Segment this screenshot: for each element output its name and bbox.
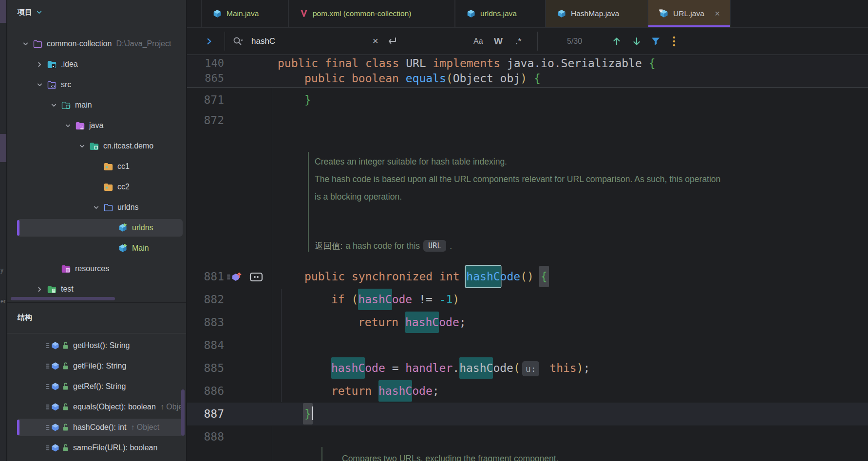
structure-item-inherit: ↑ Obje: [160, 403, 183, 411]
next-occurrence-icon[interactable]: [632, 28, 642, 55]
structure-item-getFile[interactable]: getFile(): String: [7, 356, 186, 376]
code-line-881[interactable]: 881 public synchronized int hashCode() {: [187, 265, 868, 288]
active-tab-underline: [648, 25, 730, 27]
tree-item-common-collection[interactable]: common-collectionD:\Java_Project: [7, 34, 186, 54]
expand-search-icon[interactable]: [205, 28, 213, 55]
match-case-toggle[interactable]: Aa: [473, 28, 483, 55]
class-run-icon: [118, 243, 128, 253]
class-decompiled-icon: [659, 9, 669, 18]
horizontal-scrollbar[interactable]: [11, 297, 115, 300]
editor-tab-pom.xml (common-collection)[interactable]: pom.xml (common-collection): [288, 0, 455, 27]
code-token: }: [304, 93, 311, 106]
chevron-down-icon[interactable]: [36, 9, 43, 16]
project-panel-header[interactable]: 项目: [18, 8, 43, 17]
tree-item-src[interactable]: src: [7, 74, 186, 95]
code-line-882[interactable]: 882if (hashCode != -1): [187, 288, 868, 311]
structure-item-label: getHost(): String: [73, 341, 130, 350]
tree-item-cn.itcast.demo[interactable]: cn.itcast.demo: [7, 136, 186, 156]
folder-java-icon: [75, 122, 85, 130]
code-text: return hashCode;: [331, 380, 439, 403]
structure-item-label: getRef(): String: [73, 382, 126, 391]
code-line-886[interactable]: 886return hashCode;: [187, 380, 868, 403]
tree-item-label: test: [61, 285, 74, 294]
code-token: ): [520, 72, 527, 85]
tree-item-label: urldns: [132, 223, 153, 232]
chevron-down-icon[interactable]: [50, 102, 57, 109]
structure-item-hashCode[interactable]: hashCode(): int↑ Object: [7, 417, 186, 438]
search-input[interactable]: [250, 36, 364, 47]
code-line-888[interactable]: 888: [187, 425, 868, 448]
activity-bar-selection[interactable]: [0, 134, 6, 162]
code-token: ode: [439, 316, 459, 329]
structure-item-getRef[interactable]: getRef(): String: [7, 376, 186, 397]
chevron-down-icon[interactable]: [78, 143, 86, 150]
folder-project-icon: [33, 40, 42, 48]
code-line-885[interactable]: 885hashCode = handler.hashCode(u: this);: [187, 357, 868, 380]
code-token: (: [513, 362, 520, 374]
line-number: 881: [187, 265, 224, 288]
method-icon: [45, 403, 69, 411]
code-token: this: [543, 362, 576, 374]
close-tab-icon[interactable]: ✕: [715, 10, 720, 18]
line-number: 882: [187, 288, 224, 311]
tab-label: urldns.java: [480, 9, 517, 18]
code-token: URL: [406, 57, 433, 70]
chevron-right-icon[interactable]: [36, 286, 43, 293]
code-line-140[interactable]: 140public final class URL implements jav…: [187, 56, 868, 71]
tree-item-test[interactable]: test: [7, 279, 186, 299]
code-line-872[interactable]: 872: [187, 109, 868, 132]
tree-item-urldns[interactable]: urldns: [7, 197, 186, 218]
code-token: ;: [459, 316, 466, 329]
structure-item-getHost[interactable]: getHost(): String: [7, 335, 186, 356]
editor-tab-HashMap.java[interactable]: HashMap.java: [546, 0, 648, 27]
chevron-down-icon[interactable]: [64, 122, 72, 129]
words-toggle[interactable]: W: [494, 28, 503, 55]
method-icon: [45, 362, 69, 370]
structure-item-sameFile[interactable]: sameFile(URL): boolean: [7, 438, 186, 458]
class-icon: [557, 9, 566, 18]
chevron-down-icon[interactable]: [21, 40, 29, 48]
vertical-scrollbar[interactable]: [181, 389, 185, 436]
tree-item-.idea[interactable]: .idea: [7, 54, 186, 74]
chevron-right-icon[interactable]: [36, 61, 43, 68]
code-text: public boolean equals(Object obj) {: [304, 71, 541, 86]
chevron-down-icon[interactable]: [36, 81, 43, 89]
more-options-icon[interactable]: [672, 28, 676, 55]
tree-item-cc2[interactable]: cc2: [7, 177, 186, 197]
tab-label: URL.java: [673, 9, 704, 18]
chevron-down-icon[interactable]: [92, 204, 100, 211]
code-line-884[interactable]: 884: [187, 334, 868, 357]
tree-item-java[interactable]: java: [7, 115, 186, 136]
panel-divider[interactable]: [7, 302, 186, 303]
code-line-871[interactable]: 871}: [187, 89, 868, 111]
line-number: 871: [187, 89, 224, 111]
line-number: 140: [187, 56, 224, 71]
filter-icon[interactable]: [651, 28, 660, 55]
tree-item-resources[interactable]: resources: [7, 258, 186, 279]
selection-accent-bar: [17, 220, 19, 236]
clear-search-icon[interactable]: ✕: [372, 28, 378, 55]
override-marker-icon[interactable]: [227, 272, 244, 282]
new-line-icon[interactable]: [386, 28, 397, 55]
folder-yellow-icon: [104, 183, 113, 191]
tree-item-urldns[interactable]: urldns: [7, 218, 186, 238]
code-token: ode: [500, 270, 521, 283]
editor-tab-Main.java[interactable]: Main.java: [201, 0, 288, 27]
tree-item-Main[interactable]: Main: [7, 238, 186, 258]
inline-hint-icon[interactable]: [249, 272, 263, 282]
code-token: public: [278, 57, 325, 70]
code-line-883[interactable]: 883return hashCode;: [187, 311, 868, 334]
previous-occurrence-icon[interactable]: [612, 28, 622, 55]
structure-item-equals[interactable]: equals(Object): boolean↑ Obje: [7, 397, 186, 417]
code-line-865[interactable]: 865public boolean equals(Object obj) {: [187, 71, 868, 86]
search-icon[interactable]: [232, 28, 244, 55]
activity-bar-selection[interactable]: [0, 0, 6, 23]
tree-item-cc1[interactable]: cc1: [7, 156, 186, 177]
tree-item-label: java: [89, 121, 103, 130]
code-line-887[interactable]: 887}: [187, 403, 868, 425]
tree-item-main[interactable]: main: [7, 95, 186, 115]
editor-tab-urldns.java[interactable]: urldns.java: [455, 0, 546, 27]
editor-tab-URL.java[interactable]: URL.java✕: [648, 0, 731, 27]
doc-paragraph: The hash code is based upon all the URL …: [315, 170, 816, 188]
regex-toggle[interactable]: .*: [515, 28, 522, 55]
